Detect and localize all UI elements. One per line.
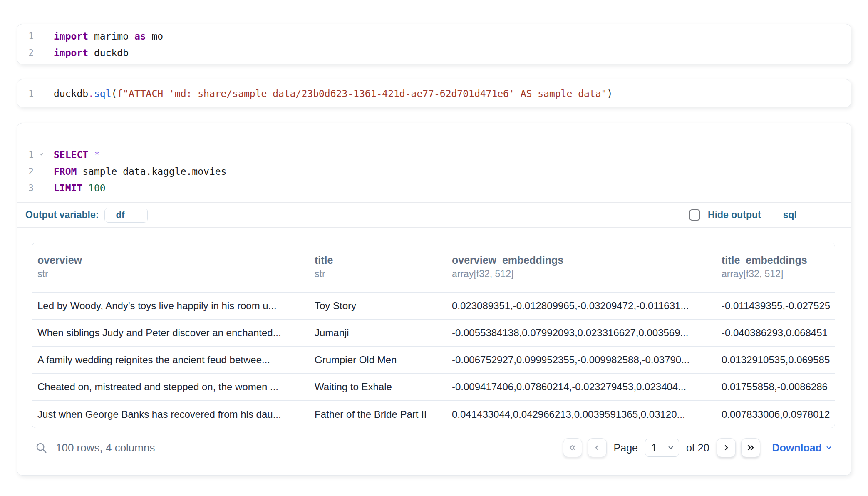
code-text: import duckdb xyxy=(47,45,129,61)
table-row: Just when George Banks has recovered fro… xyxy=(32,401,835,428)
column-header[interactable]: title_embeddingsarray[f32, 512] xyxy=(716,243,835,292)
column-type: array[f32, 512] xyxy=(452,267,714,280)
page-total: of 20 xyxy=(686,442,709,454)
table-cell: A family wedding reignites the ancient f… xyxy=(32,347,309,373)
table-row: Led by Woody, Andy's toys live happily i… xyxy=(32,293,835,320)
code-text: SELECT * xyxy=(47,146,100,163)
table-cell: -0.0055384138,0.07992093,0.023316627,0.0… xyxy=(446,320,716,346)
line-number: 1 xyxy=(17,146,47,163)
table-cell: Led by Woody, Andy's toys live happily i… xyxy=(32,293,309,319)
code-line[interactable]: 1import marimo as mo xyxy=(17,28,851,45)
hide-output-checkbox[interactable] xyxy=(689,209,700,221)
code-cell-attach: 1duckdb.sql(f"ATTACH 'md:_share/sample_d… xyxy=(17,79,851,107)
code-editor[interactable]: 1SELECT *2FROM sample_data.kaggle.movies… xyxy=(17,123,851,203)
table-cell: Cheated on, mistreated and stepped on, t… xyxy=(32,374,309,400)
table-body: Led by Woody, Andy's toys live happily i… xyxy=(32,293,835,428)
line-number: 2 xyxy=(17,163,47,180)
page-label: Page xyxy=(614,442,638,454)
output-variable-label: Output variable: xyxy=(25,209,99,221)
chevron-left-icon xyxy=(592,443,602,453)
table-cell: Grumpier Old Men xyxy=(309,347,446,373)
column-name: title xyxy=(315,253,444,267)
prev-page-button[interactable] xyxy=(588,438,607,457)
cell-output: overviewstrtitlestroverview_embeddingsar… xyxy=(17,228,851,461)
table-cell: -0.011439355,-0.027525 xyxy=(716,293,835,319)
column-type: array[f32, 512] xyxy=(722,267,835,280)
next-page-button[interactable] xyxy=(717,438,736,457)
code-line[interactable]: 1duckdb.sql(f"ATTACH 'md:_share/sample_d… xyxy=(17,85,851,102)
download-label: Download xyxy=(772,442,822,454)
column-header[interactable]: overviewstr xyxy=(32,243,309,292)
code-line[interactable]: 1SELECT * xyxy=(17,146,851,163)
chevrons-right-icon xyxy=(746,443,756,453)
table-cell: -0.009417406,0.07860214,-0.023279453,0.0… xyxy=(446,374,716,400)
last-page-button[interactable] xyxy=(741,438,760,457)
chevron-down-icon xyxy=(825,444,833,451)
table-cell: 0.01755858,-0.0086286 xyxy=(716,374,835,400)
code-line[interactable]: 2import duckdb xyxy=(17,45,851,61)
row-count-summary: 100 rows, 4 columns xyxy=(56,441,155,454)
output-variable-input[interactable] xyxy=(104,208,148,223)
table-cell: 0.0132910535,0.069585 xyxy=(716,347,835,373)
table-cell: 0.023089351,-0.012809965,-0.03209472,-0.… xyxy=(446,293,716,319)
line-number: 2 xyxy=(17,45,47,61)
line-number: 3 xyxy=(17,180,47,196)
column-type: str xyxy=(315,267,444,280)
table-cell: -0.040386293,0.068451 xyxy=(716,320,835,346)
column-header[interactable]: titlestr xyxy=(309,243,446,292)
chevrons-left-icon xyxy=(568,443,578,453)
code-editor[interactable]: 1import marimo as mo2import duckdb xyxy=(17,24,851,65)
code-text: import marimo as mo xyxy=(47,28,163,45)
code-line[interactable]: 3LIMIT 100 xyxy=(17,180,851,196)
chevron-right-icon xyxy=(721,443,731,453)
column-name: overview xyxy=(37,253,307,267)
table-cell: Toy Story xyxy=(309,293,446,319)
line-number: 1 xyxy=(17,28,47,45)
column-name: title_embeddings xyxy=(722,253,835,267)
code-text: duckdb.sql(f"ATTACH 'md:_share/sample_da… xyxy=(47,85,613,102)
download-button[interactable]: Download xyxy=(772,442,833,454)
table-footer: 100 rows, 4 columns Page 1 xyxy=(32,435,835,461)
table-row: Cheated on, mistreated and stepped on, t… xyxy=(32,374,835,401)
page-select[interactable]: 1 xyxy=(645,439,679,457)
line-number: 1 xyxy=(17,85,47,102)
column-type: str xyxy=(37,267,307,280)
search-icon[interactable] xyxy=(35,441,47,454)
table-row: A family wedding reignites the ancient f… xyxy=(32,347,835,374)
table-header-row: overviewstrtitlestroverview_embeddingsar… xyxy=(32,243,835,293)
code-text: FROM sample_data.kaggle.movies xyxy=(47,163,226,180)
pagination: Page 1 of 20 xyxy=(563,438,833,457)
chevron-down-icon xyxy=(667,444,675,451)
controls-divider xyxy=(772,209,772,221)
first-page-button[interactable] xyxy=(563,438,582,457)
code-line[interactable]: 2FROM sample_data.kaggle.movies xyxy=(17,163,851,180)
table-cell: 0.007833006,0.0978012 xyxy=(716,401,835,428)
table-cell: Father of the Bride Part II xyxy=(309,401,446,428)
code-text: LIMIT 100 xyxy=(47,180,106,196)
code-cell-imports: 1import marimo as mo2import duckdb xyxy=(17,24,851,64)
hide-output-label: Hide output xyxy=(708,209,761,221)
sql-cell: 1SELECT *2FROM sample_data.kaggle.movies… xyxy=(17,123,851,476)
table-cell: 0.041433044,0.042966213,0.0039591365,0.0… xyxy=(446,401,716,428)
code-editor[interactable]: 1duckdb.sql(f"ATTACH 'md:_share/sample_d… xyxy=(17,79,851,108)
cell-controls-bar: Output variable: Hide output sql xyxy=(17,203,851,228)
table-cell: When siblings Judy and Peter discover an… xyxy=(32,320,309,346)
fold-chevron-icon[interactable] xyxy=(38,151,45,157)
table-row: When siblings Judy and Peter discover an… xyxy=(32,320,835,347)
table-cell: -0.006752927,0.099952355,-0.009982588,-0… xyxy=(446,347,716,373)
page-select-value: 1 xyxy=(651,442,657,454)
table-cell: Waiting to Exhale xyxy=(309,374,446,400)
language-badge-sql[interactable]: sql xyxy=(783,209,797,221)
column-header[interactable]: overview_embeddingsarray[f32, 512] xyxy=(446,243,716,292)
column-name: overview_embeddings xyxy=(452,253,714,267)
table-cell: Just when George Banks has recovered fro… xyxy=(32,401,309,428)
dataframe-table: overviewstrtitlestroverview_embeddingsar… xyxy=(32,243,835,428)
table-cell: Jumanji xyxy=(309,320,446,346)
